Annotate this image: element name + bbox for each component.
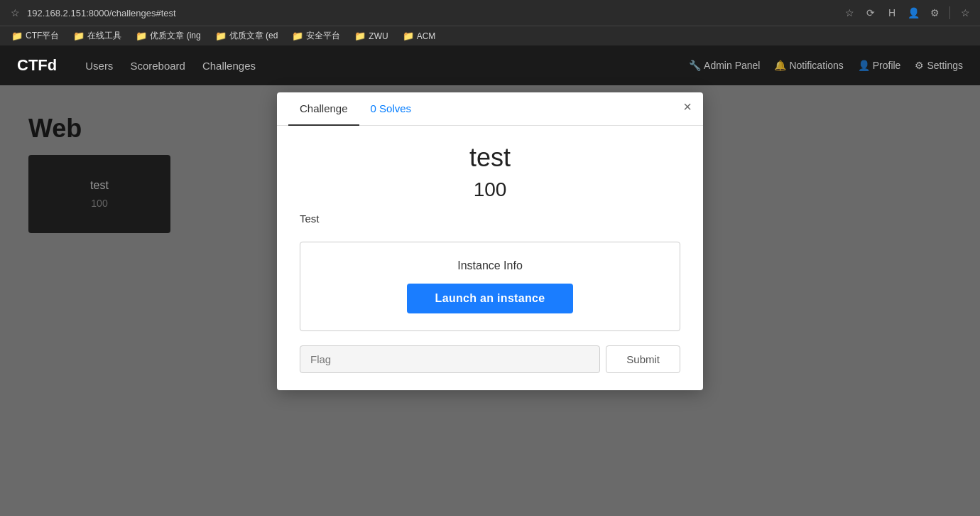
bookmark-zwu[interactable]: 📁 ZWU [349,29,393,43]
challenge-modal: Challenge 0 Solves × test 100 Test Insta… [277,92,703,390]
bookmark-articles1[interactable]: 📁 优质文章 (ing [130,28,206,43]
navbar-right: 🔧 Admin Panel 🔔 Notifications 👤 Profile … [689,60,963,71]
nav-challenges[interactable]: Challenges [202,57,256,75]
flag-row: Submit [300,345,680,373]
bookmark-articles2[interactable]: 📁 优质文章 (ed [209,28,284,43]
flag-input[interactable] [300,345,600,373]
nav-notifications[interactable]: 🔔 Notifications [774,60,843,71]
gear-icon: ⚙ [915,60,924,71]
folder-icon: 📁 [11,31,23,41]
folder-icon: 📁 [354,31,366,41]
folder-icon: 📁 [136,31,147,41]
main-content: Web test 100 Challenge 0 Solves × test 1… [0,85,980,516]
nav-admin-panel[interactable]: 🔧 Admin Panel [689,60,760,71]
modal-header: Challenge 0 Solves × [277,92,703,126]
modal-overlay: Challenge 0 Solves × test 100 Test Insta… [0,85,980,516]
star-outline-icon[interactable]: ☆ [9,6,21,19]
user-icon: 👤 [858,60,870,71]
submit-button[interactable]: Submit [606,345,680,373]
challenge-title: test [300,143,680,173]
folder-icon: 📁 [403,31,414,41]
tab-challenge[interactable]: Challenge [288,92,359,126]
bookmark-label: ZWU [369,31,388,41]
bookmark-icon[interactable]: ☆ [959,6,971,19]
brand-logo[interactable]: CTFd [17,56,57,75]
launch-instance-button[interactable]: Launch an instance [407,284,574,313]
bookmark-label: 优质文章 (ed [229,30,278,42]
extensions-icon[interactable]: ⚙ [928,6,941,19]
instance-info-box: Instance Info Launch an instance [300,242,680,331]
modal-close-button[interactable]: × [683,100,692,114]
bookmark-acm[interactable]: 📁 ACM [397,29,442,43]
bell-icon: 🔔 [774,60,786,71]
address-bar[interactable]: 192.168.2.151:8000/challenges#test [27,8,837,18]
nav-users[interactable]: Users [85,57,113,75]
bookmark-label: CTF平台 [26,30,59,42]
nav-scoreboard[interactable]: Scoreboard [130,57,185,75]
folder-icon: 📁 [215,31,227,41]
bookmark-label: 安全平台 [306,30,340,42]
folder-icon: 📁 [292,31,303,41]
instance-info-label: Instance Info [312,259,668,272]
modal-body: test 100 Test Instance Info Launch an in… [277,126,703,390]
bookmark-label: ACM [417,31,436,41]
bookmark-label: 优质文章 (ing [150,30,200,42]
bookmark-label: 在线工具 [87,30,121,42]
nav-settings[interactable]: ⚙ Settings [915,60,963,71]
reload-icon[interactable]: ⟳ [864,6,877,19]
star-icon[interactable]: ☆ [843,6,856,19]
folder-icon: 📁 [73,31,85,41]
mask-icon[interactable]: 👤 [907,6,920,19]
tab-solves[interactable]: 0 Solves [359,92,423,126]
nav-profile[interactable]: 👤 Profile [858,60,901,71]
navbar: CTFd Users Scoreboard Challenges 🔧 Admin… [0,45,980,85]
browser-bar: ☆ 192.168.2.151:8000/challenges#test ☆ ⟳… [0,0,980,26]
h-icon[interactable]: H [886,6,898,19]
bookmark-security[interactable]: 📁 安全平台 [286,28,346,43]
bookmarks-bar: 📁 CTF平台 📁 在线工具 📁 优质文章 (ing 📁 优质文章 (ed 📁 … [0,26,980,45]
bookmark-ctf[interactable]: 📁 CTF平台 [6,28,65,43]
wrench-icon: 🔧 [689,60,701,71]
bookmark-online-tools[interactable]: 📁 在线工具 [67,28,127,43]
challenge-description: Test [300,213,680,225]
challenge-points: 100 [300,178,680,201]
